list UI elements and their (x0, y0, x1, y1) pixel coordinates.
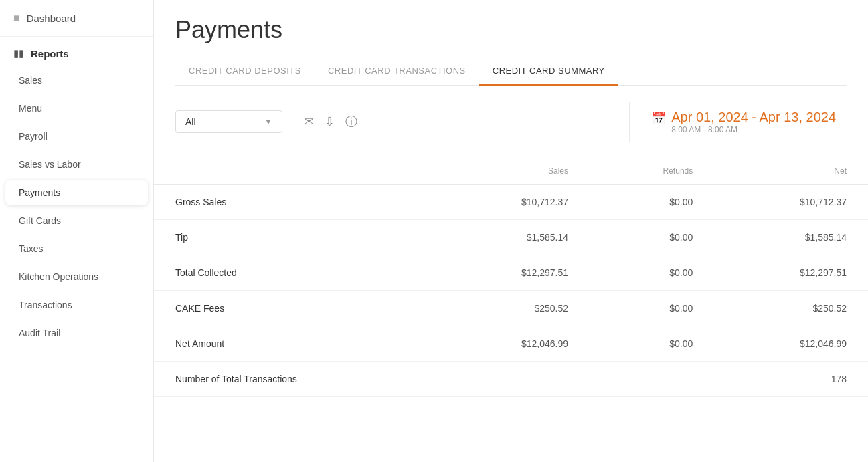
row-label: Tip (154, 220, 436, 255)
bar-chart-icon: ▮▮ (13, 47, 24, 60)
row-net: $12,297.51 (714, 255, 868, 291)
table-row: CAKE Fees$250.52$0.00$250.52 (154, 291, 868, 326)
col-sales: Sales (436, 158, 590, 185)
table-row: Net Amount$12,046.99$0.00$12,046.99 (154, 326, 868, 362)
row-refunds: $0.00 (590, 220, 714, 255)
col-net: Net (714, 158, 868, 185)
topbar-actions: ✉ ⇩ ⓘ (304, 114, 357, 130)
summary-table: Sales Refunds Net Gross Sales$10,712.37$… (154, 158, 868, 397)
row-label: Net Amount (154, 326, 436, 362)
row-sales: $12,297.51 (436, 255, 590, 291)
row-net: $250.52 (714, 291, 868, 326)
date-range[interactable]: 📅 Apr 01, 2024 - Apr 13, 2024 8:00 AM - … (640, 104, 847, 140)
table-row: Total Collected$12,297.51$0.00$12,297.51 (154, 255, 868, 291)
row-net: 178 (714, 362, 868, 397)
col-label (154, 158, 436, 185)
sidebar-item-sales-vs-labor[interactable]: Sales vs Labor (0, 150, 153, 179)
row-sales: $12,046.99 (436, 326, 590, 362)
filter-dropdown[interactable]: All ▼ (175, 110, 282, 133)
calendar-icon: 📅 (651, 111, 666, 126)
sidebar-item-kitchen-operations[interactable]: Kitchen Operations (0, 263, 153, 291)
sidebar-item-sales[interactable]: Sales (0, 66, 153, 94)
tabs-container: CREDIT CARD DEPOSITSCREDIT CARD TRANSACT… (175, 57, 847, 86)
sidebar-item-transactions[interactable]: Transactions (0, 291, 153, 319)
row-label: Gross Sales (154, 185, 436, 220)
row-sales: $10,712.37 (436, 185, 590, 220)
sidebar-item-gift-cards[interactable]: Gift Cards (0, 207, 153, 235)
sidebar-item-payments[interactable]: Payments (5, 180, 148, 205)
reports-section-header: ▮▮ Reports (0, 37, 153, 66)
tab-summary[interactable]: CREDIT CARD SUMMARY (479, 57, 618, 86)
table-row: Gross Sales$10,712.37$0.00$10,712.37 (154, 185, 868, 220)
reports-section-title: Reports (31, 48, 69, 60)
row-sales: $1,585.14 (436, 220, 590, 255)
download-icon[interactable]: ⇩ (325, 114, 335, 129)
row-refunds (590, 362, 714, 397)
row-refunds: $0.00 (590, 185, 714, 220)
table-row: Tip$1,585.14$0.00$1,585.14 (154, 220, 868, 255)
row-label: Number of Total Transactions (154, 362, 436, 397)
row-sales: $250.52 (436, 291, 590, 326)
sidebar-item-taxes[interactable]: Taxes (0, 235, 153, 263)
row-refunds: $0.00 (590, 291, 714, 326)
content-area: All ▼ ✉ ⇩ ⓘ 📅 Apr 01, 2024 - Apr 13, 202… (154, 86, 868, 462)
section-divider (629, 102, 630, 142)
email-icon[interactable]: ✉ (304, 114, 314, 129)
date-range-text: Apr 01, 2024 - Apr 13, 2024 8:00 AM - 8:… (671, 110, 836, 134)
row-net: $12,046.99 (714, 326, 868, 362)
sidebar-item-menu[interactable]: Menu (0, 94, 153, 122)
row-label: Total Collected (154, 255, 436, 291)
content-topbar: All ▼ ✉ ⇩ ⓘ 📅 Apr 01, 2024 - Apr 13, 202… (154, 86, 868, 158)
filter-value: All (185, 116, 196, 127)
date-range-sub: 8:00 AM - 8:00 AM (671, 125, 836, 134)
sidebar-item-audit-trail[interactable]: Audit Trail (0, 319, 153, 347)
date-range-main: Apr 01, 2024 - Apr 13, 2024 (671, 110, 836, 125)
table-row: Number of Total Transactions178 (154, 362, 868, 397)
row-refunds: $0.00 (590, 255, 714, 291)
sidebar-navigation: SalesMenuPayrollSales vs LaborPaymentsGi… (0, 66, 153, 347)
row-label: CAKE Fees (154, 291, 436, 326)
row-net: $1,585.14 (714, 220, 868, 255)
info-icon[interactable]: ⓘ (345, 114, 357, 130)
main-content: Payments CREDIT CARD DEPOSITSCREDIT CARD… (154, 0, 868, 462)
dashboard-icon: ■ (13, 12, 20, 24)
dashboard-nav-item[interactable]: ■ Dashboard (0, 0, 153, 37)
dashboard-label: Dashboard (27, 13, 76, 24)
row-sales (436, 362, 590, 397)
col-refunds: Refunds (590, 158, 714, 185)
chevron-down-icon: ▼ (264, 117, 272, 126)
table-header: Sales Refunds Net (154, 158, 868, 185)
main-header: Payments CREDIT CARD DEPOSITSCREDIT CARD… (154, 0, 868, 86)
table-header-row: Sales Refunds Net (154, 158, 868, 185)
page-title: Payments (175, 16, 847, 44)
tab-transactions[interactable]: CREDIT CARD TRANSACTIONS (315, 57, 479, 86)
row-refunds: $0.00 (590, 326, 714, 362)
tab-deposits[interactable]: CREDIT CARD DEPOSITS (175, 57, 315, 86)
sidebar-item-payroll[interactable]: Payroll (0, 122, 153, 150)
sidebar: ■ Dashboard ▮▮ Reports SalesMenuPayrollS… (0, 0, 154, 462)
row-net: $10,712.37 (714, 185, 868, 220)
table-body: Gross Sales$10,712.37$0.00$10,712.37Tip$… (154, 185, 868, 397)
